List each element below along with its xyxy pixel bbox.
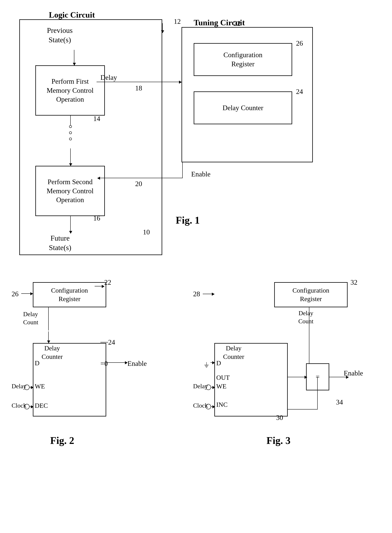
logic-circuit-label: Logic Circuit: [49, 10, 95, 19]
fig1-label: Fig. 1: [176, 215, 200, 226]
logic-circuit-box: Logic Circuit PreviousState(s) Perform F…: [19, 19, 162, 255]
config-reg-label-fig3: ConfigurationRegister: [293, 286, 329, 303]
second-op-label: Perform SecondMemory ControlOperation: [47, 177, 94, 204]
eq-label-fig3: =: [316, 373, 320, 381]
arrow-dots-to-second: [70, 148, 71, 166]
config-reg-label-fig1: ConfigurationRegister: [224, 50, 262, 69]
we-label-fig2: WE: [35, 383, 45, 390]
arrow-delay-in-fig3: [211, 387, 215, 387]
fig1-container: Logic Circuit PreviousState(s) Perform F…: [12, 12, 378, 278]
arrow-delaycount-fig2: [48, 331, 49, 343]
ref-34-label-fig3: 34: [336, 398, 343, 406]
enable-arrow-fig3: [329, 377, 349, 377]
fig2-label: Fig. 2: [50, 435, 74, 446]
ref-24-label-fig2: 24: [108, 338, 115, 346]
clock-circle-fig2: [24, 404, 30, 409]
arrow-enable-fig2: [106, 362, 127, 363]
arrow-22-fig2: [95, 286, 104, 286]
line-inc-vert: [317, 377, 318, 410]
fig3-label: Fig. 3: [266, 435, 290, 446]
delay-count-to-comp-fig3: [309, 323, 309, 364]
page: Logic Circuit PreviousState(s) Perform F…: [0, 0, 392, 533]
fig3-container: 28 ConfigurationRegister 32 DelayCount D…: [193, 290, 386, 502]
ref-22-label-fig1: 22: [234, 19, 241, 28]
clock-circle-fig3: [206, 404, 211, 409]
first-op-label: Perform FirstMemory ControlOperation: [47, 77, 94, 104]
delay-counter-label-fig1: Delay Counter: [223, 103, 263, 113]
out-arrow-fig3: [288, 377, 307, 377]
delay-counter-title-fig2: DelayCounter: [37, 344, 68, 361]
second-op-box: Perform SecondMemory ControlOperation: [35, 166, 105, 216]
ref-22-label-fig2: 22: [104, 278, 111, 286]
dots-container: [69, 125, 72, 140]
dec-label-fig2: DEC: [35, 402, 48, 409]
ref-26-label-fig2: 26: [12, 290, 19, 298]
enable-vert-fig1: [182, 162, 183, 178]
ground-symbol-fig3: ⏚: [204, 360, 209, 368]
arrow-clock-in-fig3: [211, 406, 215, 407]
enable-label-fig1: Enable: [191, 170, 210, 178]
first-op-box: Perform FirstMemory ControlOperation: [35, 65, 105, 116]
arrow-first-to-dots: [70, 116, 71, 125]
config-reg-label-fig2: ConfigurationRegister: [51, 286, 88, 303]
arrow-delay-in-fig2: [30, 387, 33, 387]
ref-14-label: 14: [93, 115, 100, 123]
ref-28-label-fig3: 28: [193, 290, 200, 298]
enable-out-label-fig2: Enable: [127, 359, 147, 368]
config-reg-box-fig1: ConfigurationRegister: [194, 43, 292, 76]
ref-12-label: 12: [174, 17, 181, 25]
vert-config-to-delay-fig2: [48, 307, 49, 330]
comparator-box-fig3: =: [306, 363, 329, 390]
arrow-prev-to-first: [74, 50, 74, 65]
arrow-second-to-future: [70, 216, 71, 233]
ref-26-label-fig1: 26: [296, 39, 303, 47]
eq0-label-fig2: =0: [100, 359, 108, 368]
dot-2: [69, 132, 72, 134]
delay-counter-box-fig1: Delay Counter: [194, 91, 292, 124]
delay-label-fig1: Delay: [100, 73, 117, 82]
dot-3: [69, 138, 72, 140]
delay-circle-fig2: [24, 385, 30, 390]
ref-30-label-fig3: 30: [276, 414, 283, 422]
arrow-28-fig3: [203, 294, 214, 294]
ref-24-label-fig1: 24: [296, 88, 303, 96]
line-inc-to-comp: [288, 409, 318, 410]
ref-16-label: 16: [93, 214, 100, 222]
d-label-fig2: D: [35, 359, 40, 367]
delay-count-label-fig2: DelayCount: [23, 310, 38, 326]
arrow-24-fig2: [100, 342, 108, 342]
previous-states-label: PreviousState(s): [47, 26, 73, 45]
arrow-ground-fig3: [210, 362, 215, 363]
arrow-26-fig2: [21, 293, 33, 294]
delay-counter-title-fig3: DelayCounter: [218, 344, 249, 361]
ref-18-label: 18: [135, 84, 142, 92]
delay-circle-fig3: [206, 385, 211, 390]
we-label-fig3: WE: [216, 383, 227, 390]
d-label-fig3: D: [216, 359, 221, 367]
fig2-container: 26 ConfigurationRegister 22 DelayCount D…: [12, 290, 174, 502]
delay-arrow-fig1: [97, 82, 182, 82]
enable-arrow-fig1: [98, 178, 182, 178]
out-label-fig3: OUT: [216, 374, 230, 381]
future-states-label: FutureState(s): [49, 233, 71, 253]
ref-10-label: 10: [143, 228, 150, 236]
tuning-circuit-box: Tuning Circuit ConfigurationRegister 26 …: [182, 27, 313, 162]
inc-label-fig3: INC: [216, 401, 228, 408]
ref-32-label-fig3: 32: [350, 278, 357, 286]
dot-1: [69, 125, 72, 128]
config-reg-box-fig3: ConfigurationRegister: [274, 282, 348, 307]
delay-count-label-fig3: DelayCount: [298, 309, 313, 325]
arrow-clock-in-fig2: [30, 406, 33, 407]
ref-20-label: 20: [135, 180, 142, 188]
arrow-12: [162, 23, 163, 33]
